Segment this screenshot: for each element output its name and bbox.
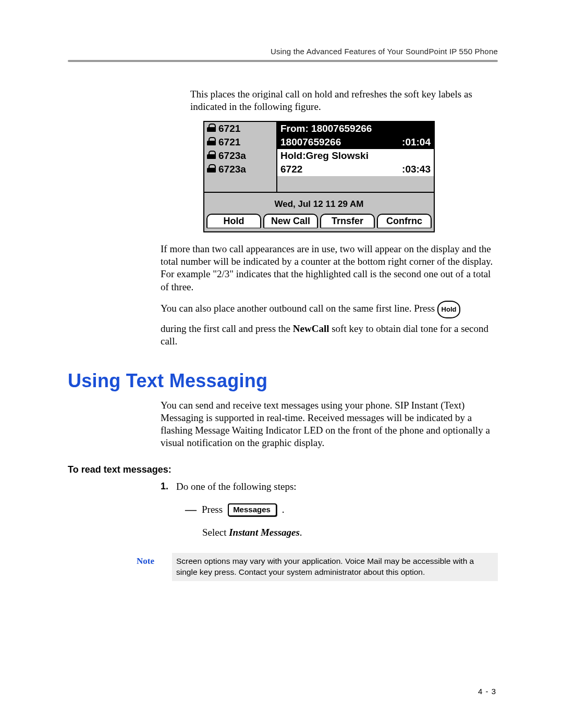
select-b: Instant Messages (229, 527, 300, 538)
intro-paragraph: This places the original call on hold an… (190, 88, 498, 114)
screen-row-4: 6723a 6722:03:43 (204, 163, 434, 176)
softkey-row: Hold New Call Trnsfer Confrnc (204, 212, 434, 231)
paragraph-3b: during the first call and press the NewC… (161, 323, 498, 348)
subheading: To read text messages: (68, 464, 498, 475)
note-block: Note Screen options may vary with your a… (137, 553, 498, 581)
step-text: Do one of the following steps: (176, 480, 297, 493)
select-instant-messages: Select Instant Messages. (202, 527, 498, 538)
phone-icon (207, 166, 216, 172)
page-number: 4 - 3 (478, 687, 496, 696)
note-body: Screen options may vary with your applic… (172, 553, 498, 581)
ext-1: 6721 (218, 123, 240, 134)
paragraph-2: If more than two call appearances are in… (161, 243, 498, 293)
header-rule (68, 60, 498, 62)
row1-text: From: 18007659266 (280, 123, 372, 134)
screen-row-blank (204, 176, 434, 192)
row2-time: :01:04 (402, 137, 431, 148)
phone-icon (207, 139, 216, 145)
press-text: Press (202, 503, 223, 516)
select-a: Select (202, 527, 229, 538)
note-label: Note (137, 553, 160, 566)
para3a-text: You can also place another outbound call… (161, 303, 437, 314)
paragraph-3a: You can also place another outbound call… (161, 301, 498, 318)
softkey-trnsfer[interactable]: Trnsfer (320, 214, 375, 228)
row4-text: 6722 (280, 164, 302, 175)
dash-icon: — (185, 502, 197, 517)
ext-4: 6723a (218, 164, 246, 175)
screen-datetime: Wed, Jul 12 11 29 AM (204, 192, 434, 212)
softkey-hold[interactable]: Hold (206, 214, 261, 228)
phone-icon (207, 125, 216, 132)
running-header: Using the Advanced Features of Your Soun… (68, 47, 498, 56)
screen-row-1: 6721 From: 18007659266 (204, 122, 434, 135)
ext-3: 6723a (218, 150, 246, 162)
substep-press: — Press Messages . (185, 502, 498, 517)
phone-screen-figure: 6721 From: 18007659266 6721 18007659266:… (203, 121, 498, 232)
select-c: . (300, 527, 302, 538)
paragraph-4: You can send and receive text messages u… (161, 399, 498, 450)
screen-row-2: 6721 18007659266:01:04 (204, 135, 434, 149)
section-heading: Using Text Messaging (68, 370, 498, 392)
softkey-confrnc[interactable]: Confrnc (377, 214, 432, 228)
row4-time: :03:43 (402, 164, 431, 175)
ext-2: 6721 (218, 137, 240, 148)
phone-screen: 6721 From: 18007659266 6721 18007659266:… (203, 121, 435, 232)
period: . (282, 503, 285, 516)
row3-text: Hold:Greg Slowski (280, 150, 369, 162)
screen-row-3: 6723a Hold:Greg Slowski (204, 149, 434, 163)
newcall-bold: NewCall (293, 323, 329, 334)
softkey-newcall[interactable]: New Call (263, 214, 318, 228)
para3b-a: during the first call and press the (161, 323, 293, 334)
step-1: 1. Do one of the following steps: (161, 480, 498, 493)
phone-icon (207, 152, 216, 159)
messages-key-icon: Messages (228, 503, 277, 517)
row2-text: 18007659266 (280, 137, 341, 148)
step-number: 1. (161, 480, 171, 493)
hold-key-icon: Hold (437, 301, 460, 318)
